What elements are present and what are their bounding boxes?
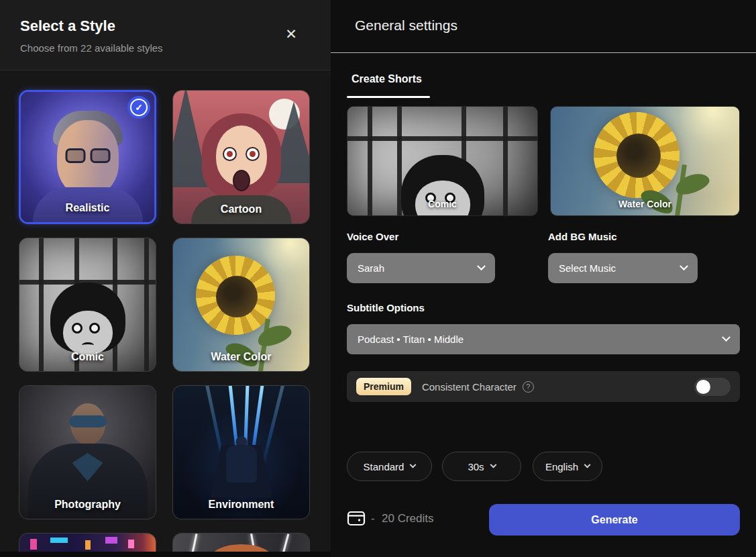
art-shape [282,534,290,552]
generate-button[interactable]: Generate [489,504,740,536]
tab-create-shorts[interactable]: Create Shorts [352,73,422,85]
bg-music-value: Select Music [559,262,681,274]
style-selector-panel: Select a Style Choose from 22 available … [0,0,331,552]
language-value: English [545,461,578,472]
art-shape [30,539,37,550]
help-icon[interactable]: ? [523,381,534,393]
art-shape [82,342,94,348]
duration-value: 30s [468,461,484,472]
app-screen: Select a Style Choose from 22 available … [0,0,756,557]
toggle-knob [696,380,710,394]
consistent-character-row: Premium Consistent Character ? [347,371,740,402]
style-thumbnail [19,534,156,552]
style-label: Realistic [21,202,154,214]
quality-value: Standard [364,461,404,472]
style-label: Cartoon [173,203,309,215]
art-shape [65,148,110,163]
art-shape [128,540,134,548]
art-shape [89,323,100,334]
art-shape [233,170,250,191]
chevron-down-icon [410,461,417,468]
preview-comic[interactable]: Comic [347,106,538,216]
art-shape [216,276,258,317]
style-label: Comic [19,351,156,363]
consistent-character-toggle[interactable] [694,378,731,396]
style-card-comic[interactable]: Comic [19,238,156,372]
modal-header: Select a Style Choose from 22 available … [0,0,331,70]
art-shape [211,544,272,552]
duration-select[interactable]: 30s [442,452,521,481]
preview-watercolor[interactable]: Water Color [550,106,740,216]
style-thumbnail [173,534,309,552]
style-card-cartoon[interactable]: Cartoon [172,90,310,224]
preview-label: Comic [347,199,537,209]
art-shape [226,445,257,483]
art-shape [63,311,113,355]
style-card-partial-right[interactable] [172,533,310,552]
art-shape [90,148,110,163]
art-shape [65,148,85,163]
style-card-watercolor[interactable]: Water Color [172,238,310,372]
modal-title: Select a Style [20,17,115,35]
art-shape [85,540,91,550]
voice-over-value: Sarah [358,262,478,274]
chevron-down-icon [722,333,731,342]
art-shape [347,136,537,141]
style-label: Water Color [173,351,309,363]
subtitle-options-select[interactable]: Podcast • Titan • Middle [347,324,740,354]
art-shape [50,538,68,543]
header-divider [331,52,756,53]
bg-music-select[interactable]: Select Music [548,253,698,283]
style-grid: ✓ Realistic Cartoon [19,90,310,552]
art-shape [72,323,83,334]
bg-music-label: Add BG Music [548,231,617,242]
quality-select[interactable]: Standard [347,452,432,481]
art-shape [246,147,260,161]
language-select[interactable]: English [533,452,602,481]
style-card-environment[interactable]: Environment [172,385,310,519]
selected-check-icon: ✓ [130,99,148,116]
chevron-down-icon [584,461,591,468]
art-shape [223,147,237,161]
subtitle-options-value: Podcast • Titan • Middle [358,334,723,345]
art-shape [191,534,197,552]
chevron-down-icon [680,262,688,270]
art-shape [69,415,107,427]
preview-label: Water Color [551,199,739,209]
general-settings-panel: General settings Create Shorts Comic [331,0,756,557]
style-label: Photography [19,499,156,511]
chevron-down-icon [477,262,486,270]
credits-separator: - [371,512,375,525]
chevron-down-icon [490,461,496,468]
style-label: Environment [173,499,309,511]
credits-amount: 20 Credits [382,512,433,525]
art-shape [105,537,117,544]
style-card-realistic[interactable]: ✓ Realistic [19,90,156,224]
style-card-photography[interactable]: Photography [19,385,156,519]
premium-badge: Premium [356,378,411,395]
close-icon[interactable]: ✕ [281,24,301,44]
modal-subtitle: Choose from 22 available styles [20,42,163,54]
voice-over-label: Voice Over [347,231,398,242]
voice-over-select[interactable]: Sarah [347,253,495,283]
art-shape [616,134,661,178]
style-card-partial-left[interactable] [19,533,156,552]
page-title: General settings [355,17,457,34]
active-tab-underline [347,96,430,98]
wallet-icon [347,510,366,527]
consistent-character-label: Consistent Character [422,381,517,393]
subtitle-options-label: Subtitle Options [347,302,425,313]
